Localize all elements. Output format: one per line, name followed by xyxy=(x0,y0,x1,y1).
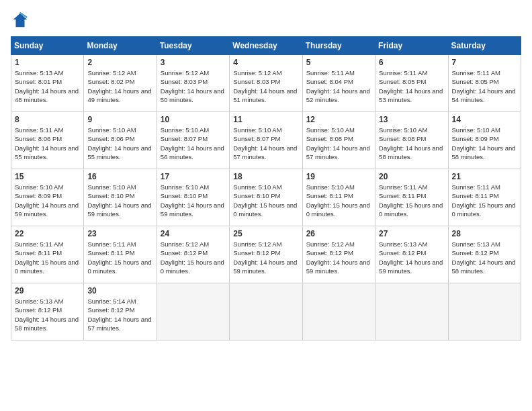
day-info: Sunrise: 5:10 AMSunset: 8:07 PMDaylight:… xyxy=(233,126,298,161)
logo xyxy=(11,11,32,30)
day-number: 9 xyxy=(87,115,152,124)
calendar-cell xyxy=(302,283,375,340)
calendar-table: SundayMondayTuesdayWednesdayThursdayFrid… xyxy=(11,36,521,340)
day-number: 27 xyxy=(379,229,444,238)
day-number: 22 xyxy=(15,229,80,238)
calendar-cell: 18Sunrise: 5:10 AMSunset: 8:10 PMDayligh… xyxy=(230,169,302,226)
calendar-cell: 11Sunrise: 5:10 AMSunset: 8:07 PMDayligh… xyxy=(230,112,302,169)
calendar-header-saturday: Saturday xyxy=(448,37,521,55)
calendar-cell: 10Sunrise: 5:10 AMSunset: 8:07 PMDayligh… xyxy=(157,112,229,169)
calendar-cell: 25Sunrise: 5:12 AMSunset: 8:12 PMDayligh… xyxy=(230,226,302,283)
day-number: 29 xyxy=(15,286,80,295)
day-info: Sunrise: 5:12 AMSunset: 8:03 PMDaylight:… xyxy=(161,68,226,104)
calendar-cell: 2Sunrise: 5:12 AMSunset: 8:02 PMDaylight… xyxy=(84,55,157,112)
calendar-cell: 5Sunrise: 5:11 AMSunset: 8:04 PMDaylight… xyxy=(302,55,375,112)
day-number: 24 xyxy=(161,229,226,238)
day-info: Sunrise: 5:11 AMSunset: 8:05 PMDaylight:… xyxy=(379,68,444,104)
day-info: Sunrise: 5:11 AMSunset: 8:06 PMDaylight:… xyxy=(15,126,80,161)
day-info: Sunrise: 5:10 AMSunset: 8:07 PMDaylight:… xyxy=(161,126,226,161)
calendar-header-friday: Friday xyxy=(375,37,448,55)
day-info: Sunrise: 5:11 AMSunset: 8:04 PMDaylight:… xyxy=(306,68,371,104)
calendar-cell: 7Sunrise: 5:11 AMSunset: 8:05 PMDaylight… xyxy=(448,55,521,112)
calendar-body: 1Sunrise: 5:13 AMSunset: 8:01 PMDaylight… xyxy=(11,55,521,340)
calendar-header-wednesday: Wednesday xyxy=(230,37,302,55)
day-number: 6 xyxy=(379,58,444,67)
day-number: 13 xyxy=(379,115,444,124)
calendar-header-row: SundayMondayTuesdayWednesdayThursdayFrid… xyxy=(11,37,521,55)
day-number: 15 xyxy=(15,172,80,181)
calendar-cell: 4Sunrise: 5:12 AMSunset: 8:03 PMDaylight… xyxy=(230,55,302,112)
day-info: Sunrise: 5:10 AMSunset: 8:06 PMDaylight:… xyxy=(87,126,152,161)
day-info: Sunrise: 5:14 AMSunset: 8:12 PMDaylight:… xyxy=(87,297,152,332)
day-info: Sunrise: 5:11 AMSunset: 8:05 PMDaylight:… xyxy=(452,68,517,104)
logo-icon xyxy=(11,11,30,30)
calendar-cell xyxy=(375,283,448,340)
day-number: 18 xyxy=(233,172,298,181)
calendar-cell: 14Sunrise: 5:10 AMSunset: 8:09 PMDayligh… xyxy=(448,112,521,169)
calendar-week-3: 15Sunrise: 5:10 AMSunset: 8:09 PMDayligh… xyxy=(11,169,521,226)
day-number: 19 xyxy=(306,172,371,181)
calendar-week-4: 22Sunrise: 5:11 AMSunset: 8:11 PMDayligh… xyxy=(11,226,521,283)
calendar-cell: 30Sunrise: 5:14 AMSunset: 8:12 PMDayligh… xyxy=(84,283,157,340)
calendar-week-1: 1Sunrise: 5:13 AMSunset: 8:01 PMDaylight… xyxy=(11,55,521,112)
calendar-cell: 27Sunrise: 5:13 AMSunset: 8:12 PMDayligh… xyxy=(375,226,448,283)
day-number: 23 xyxy=(87,229,152,238)
calendar-cell: 12Sunrise: 5:10 AMSunset: 8:08 PMDayligh… xyxy=(302,112,375,169)
day-number: 25 xyxy=(233,229,298,238)
calendar-cell: 22Sunrise: 5:11 AMSunset: 8:11 PMDayligh… xyxy=(11,226,84,283)
calendar-cell: 16Sunrise: 5:10 AMSunset: 8:10 PMDayligh… xyxy=(84,169,157,226)
page-header xyxy=(11,11,521,30)
day-info: Sunrise: 5:12 AMSunset: 8:03 PMDaylight:… xyxy=(233,68,298,104)
day-number: 16 xyxy=(87,172,152,181)
day-info: Sunrise: 5:11 AMSunset: 8:11 PMDaylight:… xyxy=(452,183,517,218)
calendar-week-2: 8Sunrise: 5:11 AMSunset: 8:06 PMDaylight… xyxy=(11,112,521,169)
calendar-cell xyxy=(157,283,229,340)
day-number: 7 xyxy=(452,58,517,67)
calendar-cell: 17Sunrise: 5:10 AMSunset: 8:10 PMDayligh… xyxy=(157,169,229,226)
calendar-cell: 29Sunrise: 5:13 AMSunset: 8:12 PMDayligh… xyxy=(11,283,84,340)
day-number: 5 xyxy=(306,58,371,67)
day-info: Sunrise: 5:11 AMSunset: 8:11 PMDaylight:… xyxy=(87,240,152,275)
day-number: 20 xyxy=(379,172,444,181)
calendar-cell xyxy=(230,283,302,340)
day-info: Sunrise: 5:13 AMSunset: 8:12 PMDaylight:… xyxy=(452,240,517,275)
calendar-cell xyxy=(448,283,521,340)
calendar-header-thursday: Thursday xyxy=(302,37,375,55)
calendar-cell: 28Sunrise: 5:13 AMSunset: 8:12 PMDayligh… xyxy=(448,226,521,283)
day-info: Sunrise: 5:10 AMSunset: 8:08 PMDaylight:… xyxy=(379,126,444,161)
day-info: Sunrise: 5:13 AMSunset: 8:01 PMDaylight:… xyxy=(15,68,80,104)
day-number: 12 xyxy=(306,115,371,124)
calendar-cell: 9Sunrise: 5:10 AMSunset: 8:06 PMDaylight… xyxy=(84,112,157,169)
day-info: Sunrise: 5:11 AMSunset: 8:11 PMDaylight:… xyxy=(379,183,444,218)
calendar-cell: 15Sunrise: 5:10 AMSunset: 8:09 PMDayligh… xyxy=(11,169,84,226)
day-info: Sunrise: 5:10 AMSunset: 8:08 PMDaylight:… xyxy=(306,126,371,161)
day-info: Sunrise: 5:13 AMSunset: 8:12 PMDaylight:… xyxy=(15,297,80,332)
day-info: Sunrise: 5:12 AMSunset: 8:12 PMDaylight:… xyxy=(306,240,371,275)
day-number: 14 xyxy=(452,115,517,124)
calendar-cell: 21Sunrise: 5:11 AMSunset: 8:11 PMDayligh… xyxy=(448,169,521,226)
day-info: Sunrise: 5:11 AMSunset: 8:11 PMDaylight:… xyxy=(15,240,80,275)
day-number: 30 xyxy=(87,286,152,295)
day-info: Sunrise: 5:12 AMSunset: 8:12 PMDaylight:… xyxy=(233,240,298,275)
calendar-cell: 19Sunrise: 5:10 AMSunset: 8:11 PMDayligh… xyxy=(302,169,375,226)
calendar-cell: 23Sunrise: 5:11 AMSunset: 8:11 PMDayligh… xyxy=(84,226,157,283)
day-number: 1 xyxy=(15,58,80,67)
day-info: Sunrise: 5:10 AMSunset: 8:10 PMDaylight:… xyxy=(161,183,226,218)
calendar-cell: 20Sunrise: 5:11 AMSunset: 8:11 PMDayligh… xyxy=(375,169,448,226)
calendar-cell: 13Sunrise: 5:10 AMSunset: 8:08 PMDayligh… xyxy=(375,112,448,169)
calendar-cell: 24Sunrise: 5:12 AMSunset: 8:12 PMDayligh… xyxy=(157,226,229,283)
day-info: Sunrise: 5:12 AMSunset: 8:12 PMDaylight:… xyxy=(161,240,226,275)
calendar-cell: 3Sunrise: 5:12 AMSunset: 8:03 PMDaylight… xyxy=(157,55,229,112)
day-number: 8 xyxy=(15,115,80,124)
calendar-cell: 8Sunrise: 5:11 AMSunset: 8:06 PMDaylight… xyxy=(11,112,84,169)
day-number: 3 xyxy=(161,58,226,67)
calendar-cell: 1Sunrise: 5:13 AMSunset: 8:01 PMDaylight… xyxy=(11,55,84,112)
calendar-cell: 26Sunrise: 5:12 AMSunset: 8:12 PMDayligh… xyxy=(302,226,375,283)
calendar-header-tuesday: Tuesday xyxy=(157,37,229,55)
day-info: Sunrise: 5:10 AMSunset: 8:09 PMDaylight:… xyxy=(452,126,517,161)
calendar-week-5: 29Sunrise: 5:13 AMSunset: 8:12 PMDayligh… xyxy=(11,283,521,340)
day-number: 17 xyxy=(161,172,226,181)
day-number: 21 xyxy=(452,172,517,181)
day-number: 4 xyxy=(233,58,298,67)
calendar-header-monday: Monday xyxy=(84,37,157,55)
